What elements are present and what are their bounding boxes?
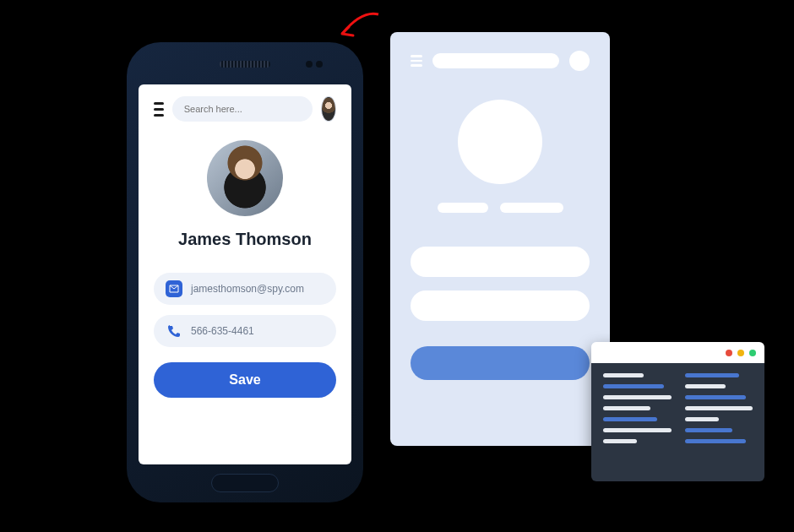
phone-value: 566-635-4461 bbox=[191, 325, 254, 337]
save-button[interactable]: Save bbox=[154, 362, 336, 398]
avatar-small[interactable] bbox=[321, 96, 336, 122]
phone-icon bbox=[166, 323, 182, 339]
phone-speaker bbox=[220, 61, 270, 68]
email-field[interactable]: jamesthomson@spy.com bbox=[154, 273, 336, 305]
code-window-titlebar bbox=[591, 342, 764, 363]
wireframe-field-1 bbox=[411, 247, 590, 277]
app-screen: James Thomson jamesthomson@spy.com 566-6… bbox=[139, 84, 351, 464]
wireframe-name bbox=[411, 203, 590, 213]
wireframe-search bbox=[432, 53, 559, 68]
phone-device-frame: James Thomson jamesthomson@spy.com 566-6… bbox=[127, 42, 363, 502]
wireframe-menu-icon bbox=[411, 55, 422, 67]
profile-name: James Thomson bbox=[178, 230, 312, 249]
wireframe-button bbox=[411, 346, 590, 380]
wireframe-avatar-small bbox=[569, 51, 590, 71]
avatar-large[interactable] bbox=[207, 140, 283, 216]
menu-icon[interactable] bbox=[154, 102, 164, 117]
mail-icon bbox=[166, 280, 182, 297]
search-input[interactable] bbox=[172, 96, 313, 122]
code-body bbox=[591, 363, 764, 481]
phone-camera bbox=[306, 61, 313, 68]
traffic-light-min-icon bbox=[737, 350, 744, 356]
email-value: jamesthomson@spy.com bbox=[191, 283, 304, 295]
phone-home-button bbox=[211, 474, 279, 492]
wireframe-mockup bbox=[390, 32, 610, 446]
code-window bbox=[591, 342, 764, 481]
top-bar bbox=[154, 96, 336, 122]
traffic-light-close-icon bbox=[726, 350, 732, 356]
traffic-light-max-icon bbox=[749, 350, 756, 356]
phone-field[interactable]: 566-635-4461 bbox=[154, 315, 336, 347]
arrow-icon bbox=[332, 10, 383, 48]
wireframe-field-2 bbox=[411, 290, 590, 321]
wireframe-avatar-large bbox=[458, 100, 542, 184]
